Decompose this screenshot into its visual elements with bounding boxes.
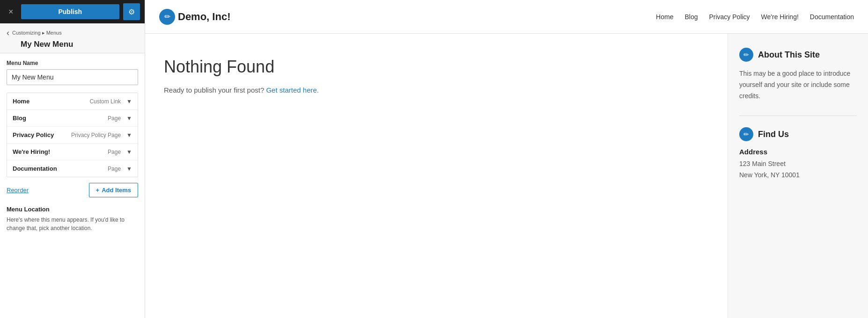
menu-actions: Reorder + Add Items: [7, 183, 138, 197]
widget-divider: [739, 116, 857, 116]
nav-link-blog[interactable]: Blog: [684, 13, 698, 21]
about-widget-title: About This Site: [758, 50, 820, 60]
customizer-sidebar: × Publish ⚙ ‹ Customizing ▸ Menus My New…: [0, 0, 145, 318]
table-row: Blog Page ▼: [7, 110, 138, 127]
plus-icon: +: [96, 187, 100, 194]
nothing-found-cta-text: Ready to publish your first post?: [164, 86, 264, 94]
menu-item-name: Privacy Policy: [13, 131, 54, 138]
menu-item-type: Page: [108, 166, 121, 172]
menu-item-name: Documentation: [13, 165, 57, 172]
address-line-1: 123 Main Street: [739, 159, 857, 170]
chevron-down-icon[interactable]: ▼: [126, 115, 132, 122]
breadcrumb-area: ‹ Customizing ▸ Menus My New Menu: [0, 23, 145, 53]
add-items-label: Add Items: [102, 187, 131, 194]
settings-gear-button[interactable]: ⚙: [123, 3, 140, 20]
topbar: × Publish ⚙: [0, 0, 145, 23]
site-preview: ✏ Demo, Inc! Home Blog Privacy Policy We…: [145, 0, 868, 318]
nav-link-were-hiring[interactable]: We're Hiring!: [761, 13, 799, 21]
section-title: My New Menu: [21, 40, 138, 49]
chevron-down-icon[interactable]: ▼: [126, 166, 132, 172]
menu-item-type: Page: [108, 115, 121, 122]
menu-location-description: Here's where this menu appears. If you'd…: [7, 216, 138, 232]
menu-item-name: Blog: [13, 115, 26, 122]
menu-item-name: Home: [13, 98, 29, 105]
site-navigation: Home Blog Privacy Policy We're Hiring! D…: [656, 13, 854, 21]
site-title: Demo, Inc!: [178, 11, 230, 23]
menu-item-type: Custom Link: [89, 98, 121, 105]
site-header: ✏ Demo, Inc! Home Blog Privacy Policy We…: [145, 0, 868, 34]
menu-item-name: We're Hiring!: [13, 148, 50, 155]
site-sidebar-widgets: ✏ About This Site This may be a good pla…: [728, 34, 868, 318]
nav-link-home[interactable]: Home: [656, 13, 673, 21]
site-content-area: Nothing Found Ready to publish your firs…: [145, 34, 868, 318]
nav-link-privacy-policy[interactable]: Privacy Policy: [709, 13, 750, 21]
nav-link-documentation[interactable]: Documentation: [810, 13, 854, 21]
menu-item-type: Privacy Policy Page: [71, 132, 121, 138]
main-content: Nothing Found Ready to publish your firs…: [145, 34, 728, 318]
menu-name-input[interactable]: [7, 69, 138, 85]
menu-items-list: Home Custom Link ▼ Blog Page ▼ Privacy P…: [7, 93, 138, 177]
add-items-button[interactable]: + Add Items: [89, 183, 138, 197]
table-row: Home Custom Link ▼: [7, 93, 138, 110]
menu-location-section: Menu Location Here's where this menu app…: [7, 206, 138, 232]
close-button[interactable]: ×: [5, 5, 17, 19]
nothing-found-title: Nothing Found: [164, 57, 709, 77]
about-widget-text: This may be a good place to introduce yo…: [739, 68, 857, 101]
site-logo-area: ✏ Demo, Inc!: [159, 9, 230, 25]
back-button[interactable]: ‹: [7, 28, 9, 38]
menu-location-title: Menu Location: [7, 206, 138, 213]
about-widget-header: ✏ About This Site: [739, 48, 857, 62]
breadcrumb: Customizing ▸ Menus: [12, 30, 62, 36]
sidebar-scroll-area[interactable]: Menu Name Home Custom Link ▼ Blog Page ▼: [0, 53, 145, 318]
chevron-down-icon[interactable]: ▼: [126, 98, 132, 105]
site-logo-pencil-icon: ✏: [159, 9, 175, 25]
chevron-down-icon[interactable]: ▼: [126, 132, 132, 138]
findus-widget-pencil-icon: ✏: [739, 127, 753, 141]
table-row: Privacy Policy Privacy Policy Page ▼: [7, 127, 138, 144]
findus-widget-header: ✏ Find Us: [739, 127, 857, 141]
table-row: We're Hiring! Page ▼: [7, 144, 138, 160]
reorder-button[interactable]: Reorder: [7, 187, 29, 194]
table-row: Documentation Page ▼: [7, 160, 138, 177]
nothing-found-text: Ready to publish your first post? Get st…: [164, 86, 709, 94]
about-widget-pencil-icon: ✏: [739, 48, 753, 62]
get-started-link[interactable]: Get started here.: [266, 86, 319, 94]
chevron-down-icon[interactable]: ▼: [126, 149, 132, 155]
address-line-2: New York, NY 10001: [739, 170, 857, 181]
menu-item-type: Page: [108, 149, 121, 155]
address-label: Address: [739, 148, 857, 156]
publish-button[interactable]: Publish: [21, 4, 119, 19]
findus-widget-title: Find Us: [758, 130, 789, 139]
menu-name-label: Menu Name: [7, 60, 138, 66]
